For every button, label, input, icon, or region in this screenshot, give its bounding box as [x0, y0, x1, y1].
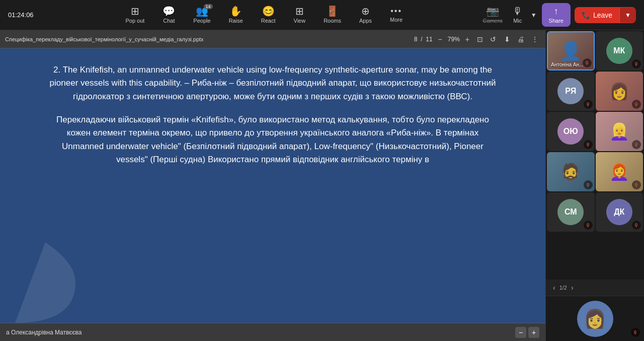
tile4-mic: 🎙: [632, 100, 641, 109]
people-badge: 14: [204, 4, 213, 9]
mic-arrow-button[interactable]: ▼: [530, 10, 538, 21]
video-tile-3: РЯ 🎙: [547, 72, 595, 111]
rooms-button[interactable]: 🚪 Rooms: [320, 4, 344, 26]
sidebar-bottom-tile: 👩 🎙: [546, 296, 644, 341]
bottom-avatar: 👩: [577, 301, 613, 337]
top-bar: 01:24:06 ⊞ Pop out 💬 Chat 👥 14 People ✋ …: [0, 0, 644, 30]
tile7-mic: 🎙: [584, 180, 593, 189]
slide-paragraph2: Перекладаючи військовий термін «Knifefis…: [46, 113, 499, 166]
more-options-button[interactable]: ⋮: [529, 34, 540, 44]
top-bar-right: 📷 Camera 🎙 Mic ▼ ↑ Share 📞 Leave ▼: [480, 3, 636, 27]
apps-icon: ⊕: [361, 6, 370, 16]
leave-button[interactable]: 📞 Leave: [575, 7, 619, 23]
sidebar: 👤 Антоніна Ан... 🎙 МК 🎙 РЯ 🎙: [545, 30, 644, 341]
nav-next-button[interactable]: ›: [569, 283, 576, 293]
nav-prev-button[interactable]: ‹: [551, 283, 557, 293]
main-area: Специфіка_перекладу_військової_терміноло…: [0, 30, 644, 341]
video-tile-9: СМ 🎙: [547, 192, 595, 232]
react-icon: 😊: [262, 6, 275, 16]
pres-right-icons: ⬇ 🖨 ⋮: [502, 34, 540, 44]
mic-icon: 🎙: [513, 6, 523, 16]
video-tile-10: ДК 🎙: [596, 192, 643, 232]
top-bar-left: 01:24:06: [8, 11, 48, 19]
popout-icon: ⊞: [131, 6, 139, 16]
mic-label: Mic: [513, 18, 522, 24]
apps-button[interactable]: ⊕ Apps: [356, 4, 375, 26]
tile6-mic: 🎙: [632, 140, 641, 149]
zoom-in-button[interactable]: +: [463, 34, 472, 44]
view-label: View: [294, 18, 306, 24]
tile9-avatar: СМ: [557, 199, 584, 225]
presentation-controls: 8 / 11 − 79% + ⊡ ↺: [414, 34, 498, 44]
tile2-avatar: МК: [606, 38, 632, 64]
tile8-mic: 🎙: [632, 180, 641, 189]
zoom-out-button[interactable]: −: [436, 34, 445, 44]
tile5-avatar: ОЮ: [557, 118, 584, 145]
tile9-mic: 🎙: [584, 221, 593, 230]
more-label: More: [390, 17, 403, 23]
page-indicator: 8 / 11: [414, 36, 433, 43]
chat-icon: 💬: [163, 6, 175, 16]
slide-content: 2. The Knifefish, an unmanned underwater…: [0, 48, 545, 323]
leave-btn-group: 📞 Leave ▼: [575, 7, 636, 23]
zoom-increase-button[interactable]: +: [528, 327, 539, 338]
tile10-mic: 🎙: [632, 221, 641, 230]
popout-label: Pop out: [125, 18, 144, 24]
video-tile-4: 👩 🎙: [596, 72, 643, 111]
nav-arrows: ‹ 1/2 ›: [551, 283, 576, 293]
tile5-mic: 🎙: [584, 140, 593, 149]
bottom-tile-mic: 🎙: [631, 328, 640, 337]
leave-dropdown-button[interactable]: ▼: [619, 8, 636, 23]
slide-decoration: [15, 242, 75, 323]
video-tile-5: ОЮ 🎙: [547, 112, 595, 151]
apps-label: Apps: [359, 18, 372, 24]
nav-page: 1/2: [559, 285, 567, 291]
camera-label: Camera: [483, 18, 503, 24]
share-label: Share: [549, 18, 564, 24]
leave-label: Leave: [593, 11, 612, 19]
toolbar: ⊞ Pop out 💬 Chat 👥 14 People ✋ Raise 😊 R…: [122, 4, 406, 26]
video-grid: 👤 Антоніна Ан... 🎙 МК 🎙 РЯ 🎙: [546, 30, 644, 280]
tile3-avatar: РЯ: [557, 78, 584, 104]
people-label: People: [193, 18, 210, 24]
share-icon: ↑: [554, 6, 558, 17]
download-button[interactable]: ⬇: [502, 34, 512, 44]
zoom-controls: − +: [515, 327, 539, 338]
video-tile-2: МК 🎙: [596, 31, 643, 71]
zoom-decrease-button[interactable]: −: [515, 327, 526, 338]
video-tile-8: 👩‍🦰 🎙: [596, 152, 643, 191]
raise-icon: ✋: [229, 6, 242, 16]
slide-text: 2. The Knifefish, an unmanned underwater…: [46, 63, 499, 176]
more-icon: •••: [390, 7, 402, 15]
sidebar-nav: ‹ 1/2 ›: [546, 280, 644, 296]
timer: 01:24:06: [8, 11, 34, 19]
view-button[interactable]: ⊞ View: [291, 4, 309, 26]
people-button[interactable]: 👥 14 People: [190, 4, 213, 26]
fullscreen-button[interactable]: ⊡: [475, 34, 485, 44]
popout-button[interactable]: ⊞ Pop out: [122, 4, 147, 26]
presentation-toolbar: Специфіка_перекладу_військової_терміноло…: [0, 30, 545, 48]
presentation-bottom-bar: а Олександрівна Матвєєва − +: [0, 323, 545, 341]
tile10-avatar: ДК: [606, 199, 632, 225]
presentation-area: Специфіка_перекладу_військової_терміноло…: [0, 30, 545, 341]
video-tile-7: 🧔 🎙: [547, 152, 595, 191]
camera-icon: 📷: [487, 6, 499, 16]
chat-button[interactable]: 💬 Chat: [159, 4, 178, 26]
print-button[interactable]: 🖨: [515, 34, 526, 44]
presenter-name: а Олександрівна Матвєєва: [6, 329, 511, 336]
raise-label: Raise: [229, 18, 243, 24]
react-button[interactable]: 😊 React: [258, 4, 279, 26]
video-tile-6: 👱‍♀️ 🎙: [596, 112, 643, 151]
phone-icon: 📞: [582, 11, 590, 19]
share-button[interactable]: ↑ Share: [542, 3, 571, 27]
chat-label: Chat: [163, 18, 175, 24]
refresh-button[interactable]: ↺: [488, 34, 498, 44]
tile3-mic: 🎙: [584, 100, 593, 109]
rooms-icon: 🚪: [326, 6, 339, 16]
mic-button[interactable]: 🎙 Mic: [510, 4, 526, 26]
slide-paragraph1: 2. The Knifefish, an unmanned underwater…: [46, 63, 499, 103]
more-button[interactable]: ••• More: [387, 5, 406, 25]
zoom-level: 79%: [448, 36, 460, 43]
raise-button[interactable]: ✋ Raise: [226, 4, 246, 26]
camera-button[interactable]: 📷 Camera: [480, 4, 506, 26]
